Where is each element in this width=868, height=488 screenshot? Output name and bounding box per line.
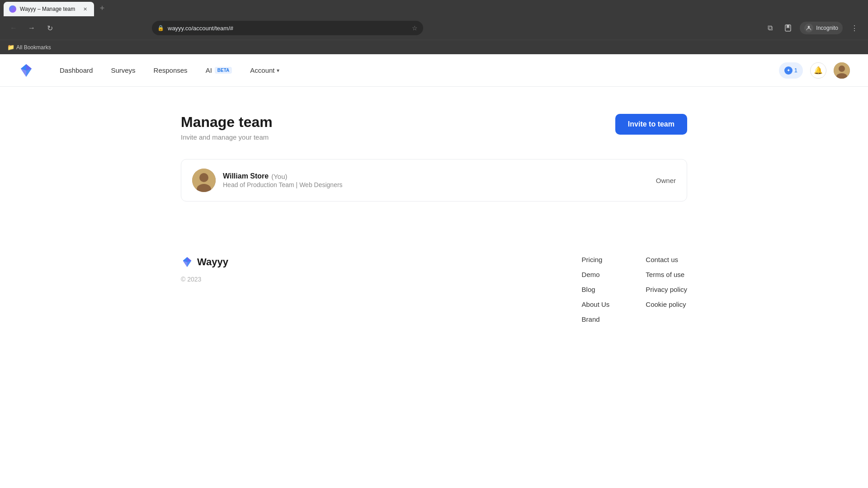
account-chevron-icon: ▾: [277, 67, 279, 74]
incognito-avatar: [804, 23, 813, 33]
footer-copyright: © 2023: [181, 276, 564, 283]
member-info: William Store (You) Head of Production T…: [223, 172, 649, 188]
member-avatar: [192, 169, 216, 192]
ai-label: AI: [206, 66, 212, 74]
user-avatar-image: [834, 62, 850, 79]
footer-content: Wayyy © 2023 Pricing Demo Blog About Us …: [181, 256, 687, 323]
new-tab-button[interactable]: +: [96, 2, 108, 14]
page-title: Manage team: [181, 114, 273, 131]
footer-inner: Wayyy © 2023 Pricing Demo Blog About Us …: [163, 229, 705, 341]
back-button[interactable]: ←: [7, 22, 20, 34]
footer-logo: Wayyy: [181, 256, 564, 268]
bookmarks-icon[interactable]: [782, 22, 794, 34]
member-name-text: William Store: [223, 172, 269, 180]
beta-badge: BETA: [215, 67, 232, 74]
active-tab[interactable]: Wayyy – Manage team ✕: [4, 2, 94, 16]
main-content: Manage team Invite and manage your team …: [163, 87, 705, 229]
svg-point-10: [199, 173, 208, 182]
nav-links: Dashboard Surveys Responses AI BETA Acco…: [52, 63, 779, 78]
logo-area[interactable]: [18, 62, 34, 79]
bookmarks-bar: 📁 All Bookmarks: [0, 40, 868, 54]
bookmark-star-icon[interactable]: ☆: [412, 24, 418, 32]
footer-links: Pricing Demo Blog About Us Brand Contact…: [582, 256, 687, 323]
nav-surveys[interactable]: Surveys: [104, 63, 142, 78]
footer-brand: Wayyy © 2023: [181, 256, 564, 323]
bookmarks-label: All Bookmarks: [16, 44, 51, 51]
svg-point-7: [839, 66, 845, 72]
nav-ai[interactable]: AI BETA: [198, 63, 240, 78]
forward-button[interactable]: →: [25, 22, 38, 34]
svg-point-1: [808, 26, 810, 28]
bell-icon: 🔔: [814, 66, 823, 75]
logo-icon: [18, 62, 34, 79]
browser-chrome: Wayyy – Manage team ✕ + ← → ↻ 🔒 wayyy.co…: [0, 0, 868, 54]
footer-link-blog[interactable]: Blog: [582, 286, 610, 293]
credits-button[interactable]: ✦ 1: [779, 62, 803, 79]
incognito-button[interactable]: Incognito: [800, 22, 843, 34]
page-header: Manage team Invite and manage your team …: [181, 114, 687, 141]
tab-title: Wayyy – Manage team: [20, 6, 78, 12]
incognito-label: Incognito: [816, 25, 838, 31]
footer-link-brand[interactable]: Brand: [582, 315, 610, 323]
app-wrapper: Dashboard Surveys Responses AI BETA Acco…: [0, 54, 868, 470]
bookmarks-folder[interactable]: 📁 All Bookmarks: [7, 44, 51, 51]
team-member-card: William Store (You) Head of Production T…: [181, 159, 687, 202]
tab-bar: Wayyy – Manage team ✕ +: [0, 0, 868, 16]
address-bar-row: ← → ↻ 🔒 wayyy.co/account/team/# ☆ ⧉ Inco…: [0, 16, 868, 40]
footer-link-demo[interactable]: Demo: [582, 271, 610, 278]
footer-link-cookie[interactable]: Cookie policy: [646, 300, 687, 308]
tab-close-button[interactable]: ✕: [81, 5, 89, 13]
credits-count: 1: [794, 67, 797, 74]
footer-link-privacy[interactable]: Privacy policy: [646, 286, 687, 293]
member-role: Head of Production Team | Web Designers: [223, 181, 649, 188]
footer-link-about-us[interactable]: About Us: [582, 300, 610, 308]
folder-icon: 📁: [7, 44, 14, 51]
footer: Wayyy © 2023 Pricing Demo Blog About Us …: [0, 229, 868, 341]
nav-right: ✦ 1 🔔: [779, 62, 850, 79]
menu-icon[interactable]: ⋮: [848, 22, 861, 34]
tab-favicon: [9, 5, 16, 13]
nav-dashboard[interactable]: Dashboard: [52, 63, 100, 78]
lock-icon: 🔒: [157, 25, 164, 31]
notification-button[interactable]: 🔔: [810, 62, 826, 79]
reload-button[interactable]: ↻: [43, 22, 56, 34]
toolbar-right: ⧉ Incognito ⋮: [764, 22, 861, 34]
user-avatar[interactable]: [834, 62, 850, 79]
footer-link-terms[interactable]: Terms of use: [646, 271, 687, 278]
page-subtitle: Invite and manage your team: [181, 133, 273, 141]
page-title-section: Manage team Invite and manage your team: [181, 114, 273, 141]
account-label: Account: [250, 66, 274, 74]
url-text: wayyy.co/account/team/#: [168, 25, 408, 32]
address-bar[interactable]: 🔒 wayyy.co/account/team/# ☆: [152, 21, 423, 35]
footer-link-pricing[interactable]: Pricing: [582, 256, 610, 263]
nav-account[interactable]: Account ▾: [243, 63, 286, 78]
extensions-icon[interactable]: ⧉: [764, 22, 776, 34]
footer-link-contact[interactable]: Contact us: [646, 256, 687, 263]
nav-responses[interactable]: Responses: [146, 63, 195, 78]
member-status: Owner: [656, 177, 676, 184]
member-avatar-image: [192, 169, 216, 192]
footer-logo-icon: [181, 256, 193, 268]
top-navigation: Dashboard Surveys Responses AI BETA Acco…: [0, 54, 868, 87]
footer-col-2: Contact us Terms of use Privacy policy C…: [646, 256, 687, 323]
invite-to-team-button[interactable]: Invite to team: [615, 114, 687, 135]
you-badge: (You): [271, 173, 287, 180]
credits-icon: ✦: [784, 66, 793, 75]
member-name: William Store (You): [223, 172, 649, 180]
footer-logo-text: Wayyy: [197, 256, 228, 268]
footer-col-1: Pricing Demo Blog About Us Brand: [582, 256, 610, 323]
